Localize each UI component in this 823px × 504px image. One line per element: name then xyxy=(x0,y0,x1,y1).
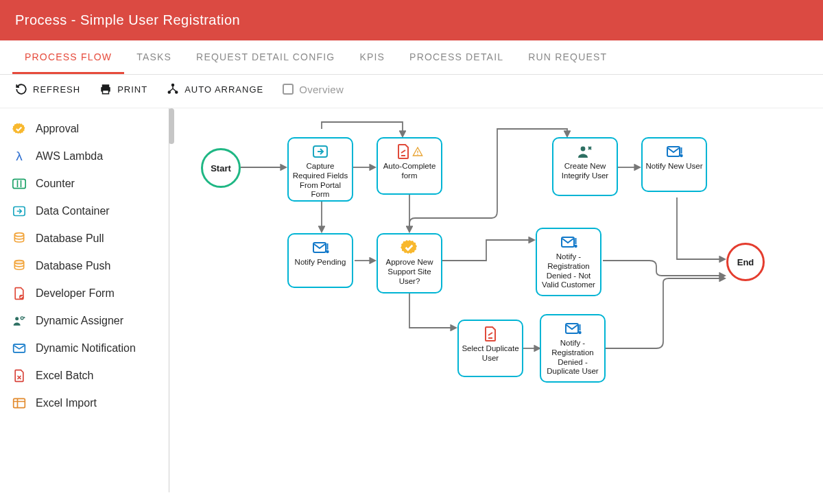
node-label: Capture Required Fields From Portal Form xyxy=(291,162,349,200)
sidebar-item-dynamic-notification[interactable]: Dynamic Notification xyxy=(0,335,169,362)
flow-node-denied[interactable]: Notify - Registration Denied - Not Valid… xyxy=(536,228,601,296)
svg-point-13 xyxy=(15,317,19,320)
dev-form-icon xyxy=(12,287,26,300)
warning-icon xyxy=(412,146,423,157)
svg-rect-16 xyxy=(14,398,25,407)
svg-point-22 xyxy=(326,251,328,252)
print-icon xyxy=(99,83,112,95)
refresh-icon xyxy=(15,83,27,95)
refresh-label: REFRESH xyxy=(33,84,80,95)
sidebar-item-label: Dynamic Notification xyxy=(36,342,136,355)
node-label: Select Duplicate User xyxy=(462,344,519,363)
excel-batch-icon xyxy=(12,369,26,383)
container-icon xyxy=(291,143,349,160)
sidebar-item-label: Counter xyxy=(36,178,75,190)
sidebar-item-database-push[interactable]: Database Push xyxy=(0,252,169,280)
svg-point-19 xyxy=(417,154,418,155)
sidebar-item-label: Database Pull xyxy=(36,232,104,245)
end-label: End xyxy=(737,257,754,267)
excel-import-icon xyxy=(12,396,26,410)
sidebar-item-developer-form[interactable]: Developer Form xyxy=(0,280,169,307)
tabs-row: PROCESS FLOW TASKS REQUEST DETAIL CONFIG… xyxy=(0,40,823,75)
sidebar-item-label: Excel Import xyxy=(36,397,97,409)
sidebar-item-database-pull[interactable]: Database Pull xyxy=(0,225,169,252)
tab-process-flow[interactable]: PROCESS FLOW xyxy=(12,40,124,74)
overview-toggle[interactable]: Overview xyxy=(283,84,344,95)
flow-start-node[interactable]: Start xyxy=(201,148,241,188)
svg-point-10 xyxy=(14,233,23,237)
svg-point-11 xyxy=(14,261,23,264)
start-label: Start xyxy=(211,163,231,173)
svg-point-5 xyxy=(176,91,178,93)
flow-node-approve[interactable]: Approve New Support Site User? xyxy=(377,233,442,293)
flow-node-capture[interactable]: Capture Required Fields From Portal Form xyxy=(287,137,353,202)
sidebar-item-counter[interactable]: Counter xyxy=(0,170,169,197)
svg-rect-2 xyxy=(103,91,109,94)
container-icon xyxy=(12,204,26,218)
flow-node-selectdup[interactable]: Select Duplicate User xyxy=(457,320,523,377)
node-label: Auto-Complete form xyxy=(381,162,438,181)
tab-kpis[interactable]: KPIS xyxy=(347,40,397,74)
assigner-icon xyxy=(556,143,614,160)
toolbar: REFRESH PRINT AUTO ARRANGE Overview xyxy=(0,75,823,108)
sidebar-item-label: Data Container xyxy=(36,205,110,217)
auto-arrange-icon xyxy=(167,83,179,95)
sidebar-item-label: AWS Lambda xyxy=(36,150,103,163)
node-label: Notify Pending xyxy=(291,258,349,267)
svg-rect-6 xyxy=(13,179,25,188)
tab-run-request[interactable]: RUN REQUEST xyxy=(516,40,619,74)
overview-label: Overview xyxy=(299,84,344,95)
task-palette: Approval λ AWS Lambda Counter Data Conta… xyxy=(0,108,169,492)
sidebar-item-excel-import[interactable]: Excel Import xyxy=(0,389,169,417)
notification-icon xyxy=(12,341,26,355)
flow-end-node[interactable]: End xyxy=(726,243,765,281)
notification-icon xyxy=(291,239,349,256)
tab-request-detail[interactable]: REQUEST DETAIL CONFIG xyxy=(184,40,347,74)
header-bar: Process - Simple User Registration xyxy=(0,0,823,40)
svg-point-4 xyxy=(168,91,170,93)
notification-icon xyxy=(645,143,703,160)
svg-rect-0 xyxy=(102,84,110,87)
svg-point-14 xyxy=(21,317,23,320)
notification-icon xyxy=(544,320,601,337)
node-label: Create New Integrify User xyxy=(556,162,614,181)
flow-node-create[interactable]: Create New Integrify User xyxy=(552,137,618,196)
auto-arrange-label: AUTO ARRANGE xyxy=(184,84,263,95)
flow-node-autoform[interactable]: Auto-Complete form xyxy=(377,137,442,195)
lambda-icon: λ xyxy=(12,149,26,163)
flow-node-pending[interactable]: Notify Pending xyxy=(287,233,353,288)
auto-arrange-button[interactable]: AUTO ARRANGE xyxy=(167,83,263,95)
sidebar-item-aws-lambda[interactable]: λ AWS Lambda xyxy=(0,143,169,170)
refresh-button[interactable]: REFRESH xyxy=(15,83,80,95)
print-label: PRINT xyxy=(117,84,147,95)
db-pull-icon xyxy=(12,232,26,245)
svg-point-23 xyxy=(581,147,586,152)
flow-node-notifynew[interactable]: Notify New User xyxy=(641,137,707,192)
svg-point-32 xyxy=(579,332,580,333)
tab-tasks[interactable]: TASKS xyxy=(124,40,184,74)
tab-process-detail[interactable]: PROCESS DETAIL xyxy=(397,40,516,74)
sidebar-item-label: Approval xyxy=(36,123,79,135)
main-area: Approval λ AWS Lambda Counter Data Conta… xyxy=(0,108,823,492)
node-label: Notify New User xyxy=(645,162,703,171)
svg-point-26 xyxy=(680,155,682,156)
sidebar-item-label: Database Push xyxy=(36,260,110,272)
page-title: Process - Simple User Registration xyxy=(15,12,808,28)
counter-icon xyxy=(12,177,26,191)
sidebar-item-data-container[interactable]: Data Container xyxy=(0,197,169,225)
sidebar-item-approval[interactable]: Approval xyxy=(0,115,169,143)
dev-form-icon xyxy=(462,325,519,343)
flow-canvas[interactable]: Start Capture Required Fields From Porta… xyxy=(169,108,823,492)
sidebar-item-label: Excel Batch xyxy=(36,370,93,382)
dev-form-icon xyxy=(381,143,438,160)
db-push-icon xyxy=(12,259,26,273)
overview-checkbox-icon xyxy=(283,84,294,95)
assigner-icon xyxy=(12,314,26,328)
print-button[interactable]: PRINT xyxy=(99,83,147,95)
node-label: Notify - Registration Denied - Not Valid… xyxy=(540,252,597,290)
flow-node-dupnotify[interactable]: Notify - Registration Denied - Duplicate… xyxy=(540,314,606,383)
flow-connectors xyxy=(169,108,823,492)
sidebar-item-excel-batch[interactable]: Excel Batch xyxy=(0,362,169,389)
svg-point-29 xyxy=(575,245,576,247)
sidebar-item-dynamic-assigner[interactable]: Dynamic Assigner xyxy=(0,307,169,335)
